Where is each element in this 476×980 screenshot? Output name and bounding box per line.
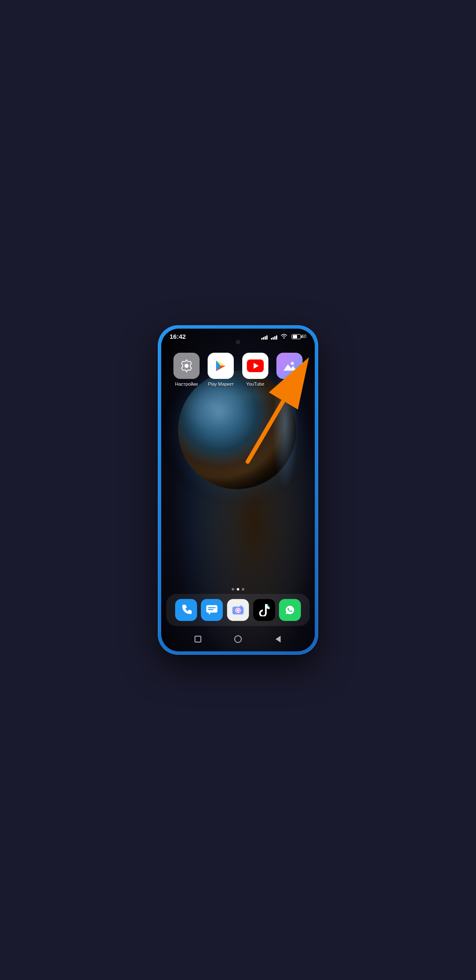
dock-whatsapp[interactable] bbox=[279, 599, 301, 621]
dock-messages[interactable] bbox=[201, 599, 224, 621]
svg-point-19 bbox=[237, 609, 239, 611]
playmarket-icon bbox=[208, 353, 234, 379]
nav-home-icon bbox=[234, 635, 242, 643]
camera-icon bbox=[227, 599, 249, 621]
whatsapp-icon bbox=[279, 599, 301, 621]
svg-marker-14 bbox=[208, 612, 211, 615]
dock bbox=[166, 594, 310, 626]
nav-home-button[interactable] bbox=[232, 633, 244, 645]
signal-bar bbox=[273, 337, 274, 340]
nav-back-button[interactable] bbox=[272, 633, 284, 645]
app-youtube[interactable]: YouTube bbox=[240, 353, 270, 387]
dock-tiktok[interactable] bbox=[253, 599, 276, 621]
nav-recent-button[interactable] bbox=[192, 633, 204, 645]
battery-tip bbox=[301, 335, 302, 338]
signal-bar bbox=[266, 335, 268, 340]
tiktok-icon bbox=[253, 599, 275, 621]
messages-svg bbox=[206, 604, 218, 616]
app-playmarket[interactable]: Play Маркет bbox=[206, 353, 236, 387]
battery-icon bbox=[292, 334, 301, 339]
svg-rect-13 bbox=[206, 605, 217, 613]
battery-container: 60 bbox=[291, 334, 306, 339]
settings-icon bbox=[173, 353, 200, 379]
whatsapp-svg bbox=[284, 604, 296, 616]
signal-bar bbox=[265, 336, 266, 340]
youtube-svg bbox=[247, 359, 264, 372]
camera-svg bbox=[232, 604, 244, 615]
wifi-icon bbox=[281, 333, 287, 340]
status-time: 16:42 bbox=[170, 333, 186, 340]
phone-icon bbox=[175, 599, 197, 621]
messages-icon bbox=[201, 599, 223, 621]
dock-camera[interactable] bbox=[227, 599, 249, 621]
home-screen: 16:42 bbox=[161, 329, 315, 651]
youtube-label: YouTube bbox=[246, 381, 264, 387]
phone-screen: 16:42 bbox=[161, 329, 315, 651]
signal-bars-2 bbox=[271, 334, 277, 340]
phone-device: 16:42 bbox=[158, 325, 318, 655]
svg-rect-8 bbox=[281, 358, 298, 374]
apps-grid: Настройки Play Маркет bbox=[161, 344, 315, 391]
navigation-bar bbox=[161, 629, 315, 651]
signal-bars-1 bbox=[261, 334, 268, 340]
playmarket-label: Play Маркет bbox=[208, 381, 234, 387]
youtube-icon bbox=[242, 353, 268, 379]
gallery-svg bbox=[281, 358, 298, 374]
status-bar: 16:42 bbox=[161, 329, 315, 342]
signal-bar bbox=[271, 338, 272, 340]
page-dot-2 bbox=[237, 588, 239, 591]
gear-svg bbox=[179, 358, 194, 373]
signal-bar bbox=[261, 338, 262, 340]
page-indicators bbox=[161, 585, 315, 594]
phone-svg bbox=[180, 604, 192, 616]
playmarket-svg bbox=[213, 358, 228, 373]
page-dot-1 bbox=[232, 588, 234, 591]
app-settings[interactable]: Настройки bbox=[171, 353, 202, 387]
signal-bar bbox=[276, 335, 277, 340]
battery-text: 60 bbox=[302, 334, 306, 339]
gallery-label: Галерея bbox=[281, 381, 298, 387]
nav-back-icon bbox=[276, 636, 281, 642]
svg-point-1 bbox=[184, 364, 189, 368]
middle-spacer bbox=[161, 391, 315, 585]
nav-square-icon bbox=[195, 636, 201, 642]
dock-phone[interactable] bbox=[175, 599, 197, 621]
signal-bar bbox=[263, 337, 264, 340]
svg-rect-20 bbox=[240, 605, 242, 607]
app-gallery[interactable]: Галерея bbox=[275, 353, 305, 387]
settings-label: Настройки bbox=[175, 381, 198, 387]
gallery-icon bbox=[276, 353, 303, 379]
tiktok-svg bbox=[259, 604, 270, 616]
battery-fill bbox=[293, 335, 297, 338]
svg-point-9 bbox=[291, 362, 294, 365]
signal-bar bbox=[274, 336, 276, 340]
page-dot-3 bbox=[242, 588, 244, 591]
status-icons: 60 bbox=[261, 333, 306, 340]
